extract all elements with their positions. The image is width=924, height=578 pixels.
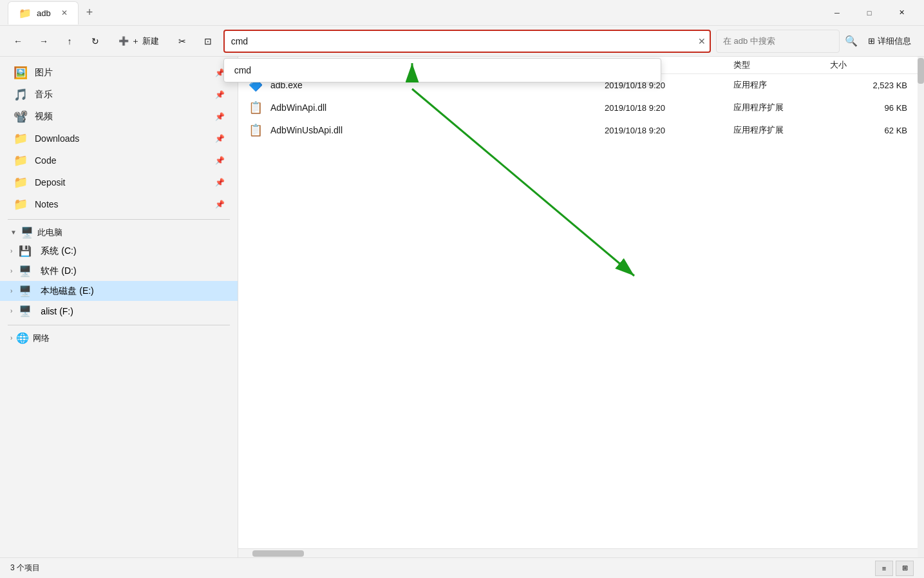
tab-folder-icon: 📁 <box>19 7 32 19</box>
status-bar: 3 个项目 ≡ ⊞ <box>0 557 924 578</box>
file-date-adbwinusbapi: 2019/10/18 9:20 <box>605 126 733 135</box>
notes-icon: 📁 <box>13 197 28 211</box>
autocomplete-item[interactable]: cmd <box>224 59 661 82</box>
sidebar-label-downloads: Downloads <box>35 133 209 144</box>
sidebar-item-videos[interactable]: 📽️ 视频 📌 <box>3 106 235 128</box>
list-view-button[interactable]: ≡ <box>875 561 893 576</box>
drive-e-label: 本地磁盘 (E:) <box>41 285 93 297</box>
h-scrollbar-track <box>238 549 918 557</box>
search-input[interactable] <box>716 30 840 53</box>
drive-c-icon: 💾 <box>19 245 34 257</box>
grid-view-button[interactable]: ⊞ <box>896 561 914 576</box>
pictures-icon: 🖼️ <box>13 66 28 80</box>
new-icon: ➕ <box>118 36 129 46</box>
cut-button[interactable]: ✂ <box>172 31 193 52</box>
v-scrollbar-thumb[interactable] <box>918 58 924 84</box>
sidebar-divider-2 <box>8 325 230 325</box>
content-area: 名称 ▲ 修改日期 类型 大小 🔷 adb.exe 2019/10 <box>238 57 918 557</box>
sidebar-label-deposit: Deposit <box>35 177 209 188</box>
sidebar-label-notes: Notes <box>35 199 209 209</box>
sidebar-item-code[interactable]: 📁 Code 📌 <box>3 149 235 171</box>
sidebar-item-pictures[interactable]: 🖼️ 图片 📌 <box>3 62 235 84</box>
current-tab[interactable]: 📁 adb ✕ <box>8 1 79 24</box>
refresh-button[interactable]: ↻ <box>85 31 106 52</box>
sidebar-drive-d[interactable]: › 🖥️ 软件 (D:) <box>0 261 238 281</box>
sidebar-item-notes[interactable]: 📁 Notes 📌 <box>3 193 235 215</box>
col-header-size[interactable]: 大小 <box>830 59 907 71</box>
sidebar-label-videos: 视频 <box>35 111 209 122</box>
horizontal-scrollbar[interactable] <box>238 548 918 557</box>
sidebar-divider-1 <box>8 219 230 220</box>
file-name-adbwinapi: AdbWinApi.dll <box>270 102 605 113</box>
file-size-adb-exe: 2,523 KB <box>830 81 907 90</box>
file-icon-adbwinusbapi: 📋 <box>249 123 267 137</box>
main-area: 🖼️ 图片 📌 🎵 音乐 📌 📽️ 视频 📌 📁 Downloads <box>0 57 924 557</box>
window-controls: ─ □ ✕ <box>822 3 916 23</box>
pin-icon-code: 📌 <box>215 156 225 165</box>
pin-icon-notes: 📌 <box>215 200 225 209</box>
file-name-adbwinusbapi: AdbWinUsbApi.dll <box>270 125 605 135</box>
new-tab-button[interactable]: + <box>81 3 99 22</box>
drive-f-icon: 🖥️ <box>19 305 34 317</box>
pin-icon-videos: 📌 <box>215 112 225 121</box>
col-header-type[interactable]: 类型 <box>733 59 830 71</box>
close-button[interactable]: ✕ <box>887 3 916 23</box>
detail-label: 详细信息 <box>878 35 911 47</box>
search-area: 🔍 <box>716 30 858 53</box>
title-bar: 📁 adb ✕ + ─ □ ✕ <box>0 0 924 26</box>
sidebar-item-music[interactable]: 🎵 音乐 📌 <box>3 84 235 106</box>
code-icon: 📁 <box>13 153 28 168</box>
minimize-button[interactable]: ─ <box>822 3 852 23</box>
vertical-scrollbar[interactable] <box>918 57 924 557</box>
address-bar-input[interactable]: cmd <box>223 30 711 53</box>
sidebar-label-music: 音乐 <box>35 89 209 101</box>
sidebar-item-deposit[interactable]: 📁 Deposit 📌 <box>3 171 235 193</box>
file-size-adbwinusbapi: 62 KB <box>830 126 907 135</box>
sidebar-drive-e[interactable]: › 🖥️ 本地磁盘 (E:) <box>0 281 238 301</box>
new-label: ＋ 新建 <box>131 35 159 47</box>
tab-close-button[interactable]: ✕ <box>61 8 68 17</box>
this-pc-section[interactable]: ▼ 🖥️ 此电脑 <box>0 224 238 241</box>
col-size-label: 大小 <box>830 59 847 71</box>
tab-area: 📁 adb ✕ + <box>8 1 822 24</box>
up-button[interactable]: ↑ <box>59 31 80 52</box>
sidebar-item-downloads[interactable]: 📁 Downloads 📌 <box>3 128 235 149</box>
item-count: 3 个项目 <box>10 563 40 573</box>
back-button[interactable]: ← <box>8 31 28 52</box>
h-scrollbar-thumb[interactable] <box>252 550 304 557</box>
search-icon[interactable]: 🔍 <box>845 35 858 47</box>
drive-f-label: alist (F:) <box>41 306 73 316</box>
network-icon: 🌐 <box>16 332 29 344</box>
drive-d-label: 软件 (D:) <box>41 265 76 277</box>
sidebar-drive-c[interactable]: › 💾 系统 (C:) <box>0 241 238 261</box>
sidebar: 🖼️ 图片 📌 🎵 音乐 📌 📽️ 视频 📌 📁 Downloads <box>0 57 238 557</box>
network-chevron: › <box>10 334 12 342</box>
new-button[interactable]: ➕ ＋ 新建 <box>111 31 167 52</box>
copy-button[interactable]: ⊡ <box>198 31 218 52</box>
sidebar-label-pictures: 图片 <box>35 67 209 79</box>
file-size-adbwinapi: 96 KB <box>830 103 907 113</box>
music-icon: 🎵 <box>13 88 28 102</box>
file-row-adbwinapi[interactable]: 📋 AdbWinApi.dll 2019/10/18 9:20 应用程序扩展 9… <box>238 97 918 119</box>
sidebar-drive-f[interactable]: › 🖥️ alist (F:) <box>0 301 238 321</box>
tab-title: adb <box>37 8 51 18</box>
drive-d-icon: 🖥️ <box>19 265 34 277</box>
pin-icon-deposit: 📌 <box>215 178 225 187</box>
file-type-adbwinusbapi: 应用程序扩展 <box>733 124 830 136</box>
network-section[interactable]: › 🌐 网络 <box>0 329 238 347</box>
col-type-label: 类型 <box>733 59 750 71</box>
sidebar-pinned-section: 🖼️ 图片 📌 🎵 音乐 📌 📽️ 视频 📌 📁 Downloads <box>0 62 238 215</box>
autocomplete-dropdown: cmd <box>223 58 661 82</box>
pin-icon-music: 📌 <box>215 90 225 99</box>
this-pc-label: 此电脑 <box>37 227 62 238</box>
file-row-adbwinusbapi[interactable]: 📋 AdbWinUsbApi.dll 2019/10/18 9:20 应用程序扩… <box>238 119 918 142</box>
maximize-button[interactable]: □ <box>854 3 884 23</box>
forward-button[interactable]: → <box>33 31 54 52</box>
detail-button[interactable]: ⊞ 详细信息 <box>863 33 916 50</box>
drive-e-icon: 🖥️ <box>19 285 34 297</box>
address-bar-wrapper: cmd ✕ cmd <box>223 30 711 53</box>
drive-f-chevron: › <box>10 307 12 314</box>
file-icon-adbwinapi: 📋 <box>249 101 267 115</box>
sidebar-label-code: Code <box>35 155 209 166</box>
address-clear-button[interactable]: ✕ <box>698 36 706 46</box>
